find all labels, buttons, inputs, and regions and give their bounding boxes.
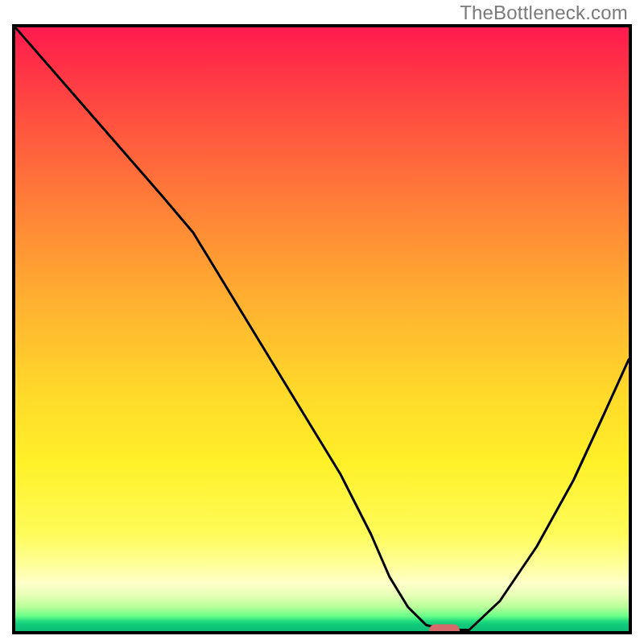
plot-area bbox=[12, 24, 632, 634]
curve-svg bbox=[15, 27, 629, 631]
optimal-marker bbox=[429, 624, 460, 634]
chart-frame: TheBottleneck.com bbox=[0, 0, 644, 644]
bottleneck-curve-path bbox=[15, 27, 629, 630]
watermark-text: TheBottleneck.com bbox=[460, 2, 628, 24]
